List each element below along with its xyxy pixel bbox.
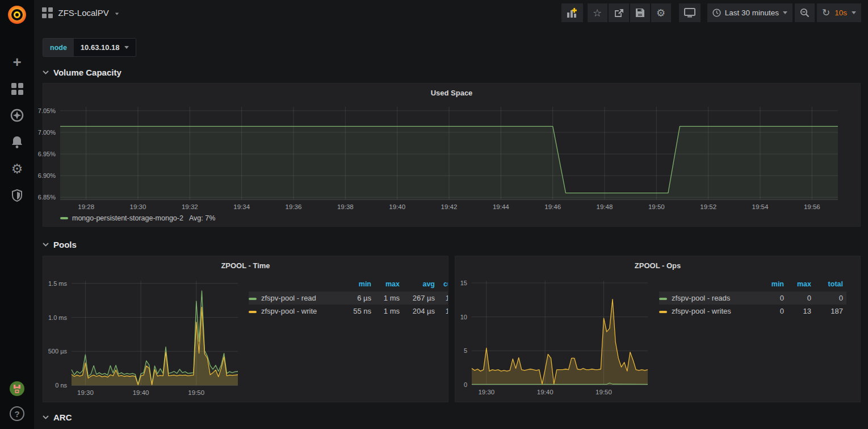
legend-row: zfspv-pool - writes013187	[659, 305, 846, 318]
y-axis-tick-label: 500 µs	[43, 347, 67, 355]
settings-gear-icon[interactable]: ⚙	[10, 161, 24, 176]
dashboards-icon[interactable]	[10, 81, 24, 96]
alerting-bell-icon[interactable]	[10, 135, 24, 149]
user-avatar[interactable]	[10, 381, 24, 396]
legend-column-header[interactable]: min	[345, 279, 375, 291]
legend-row: zfspv-pool - read6 µs1 ms267 µs172 µs	[249, 291, 448, 305]
zpool-time-chart[interactable]: 0 ns500 µs1.0 ms1.5 ms19:3019:4019:50	[72, 281, 238, 386]
template-variables-row: node 10.63.10.18	[43, 38, 861, 57]
legend-value: 172 µs	[438, 291, 448, 305]
series-swatch	[659, 311, 667, 313]
section-arc[interactable]: ARC	[43, 411, 861, 423]
magnifier-minus-icon	[800, 8, 810, 18]
legend-value: 187	[815, 305, 846, 318]
legend-value: 1 ms	[375, 305, 403, 318]
refresh-button[interactable]: ↻ 10s	[817, 3, 861, 22]
x-axis-tick-label: 19:30	[77, 389, 94, 396]
time-range-picker[interactable]: Last 30 minutes	[707, 3, 792, 22]
star-button[interactable]: ☆	[588, 3, 607, 22]
grafana-logo[interactable]	[0, 0, 34, 30]
panel-zpool-time: ZPOOL - Time 0 ns500 µs1.0 ms1.5 ms19:30…	[43, 256, 448, 402]
chevron-down-icon	[43, 415, 49, 419]
y-axis-tick-label: 0 ns	[43, 381, 67, 389]
used-space-legend-item[interactable]: mongo-persistent-storage-mongo-2 Avg: 7%	[60, 214, 215, 222]
save-icon	[635, 8, 645, 18]
legend-column-header[interactable]: max	[375, 279, 403, 291]
help-icon[interactable]: ?	[10, 406, 24, 421]
chevron-down-icon	[852, 11, 856, 14]
zpool-ops-chart[interactable]: 05101519:3019:4019:50	[472, 281, 648, 385]
legend-value: 13	[787, 305, 815, 318]
dashboard-title: ZFS-LocalPV	[58, 8, 109, 18]
node-variable-value[interactable]: 10.63.10.18	[74, 39, 136, 56]
legend-value: 0	[787, 291, 815, 305]
dashboard-title-button[interactable]: ZFS-LocalPV	[42, 7, 119, 18]
share-button[interactable]	[609, 3, 629, 22]
panel-title-zpool-ops[interactable]: ZPOOL - Ops	[455, 261, 860, 270]
add-panel-button[interactable]	[561, 3, 583, 22]
series-swatch	[659, 298, 667, 300]
panel-title-used-space[interactable]: Used Space	[43, 89, 860, 97]
legend-value: 0	[815, 291, 846, 305]
zpool-ops-legend: minmaxtotalzfspv-pool - reads000zfspv-po…	[659, 279, 849, 318]
series-name: mongo-persistent-storage-mongo-2	[72, 214, 183, 222]
series-avg: Avg: 7%	[189, 214, 215, 222]
x-axis-tick-label: 19:40	[133, 389, 149, 396]
legend-series-name[interactable]: zfspv-pool - write	[249, 305, 345, 318]
tv-mode-button[interactable]	[679, 3, 701, 22]
panel-used-space: Used Space 6.85%6.90%6.95%7.00%7.05%19:2…	[43, 83, 861, 227]
zoom-out-button[interactable]	[795, 3, 815, 22]
y-axis-tick-label: 0	[433, 381, 467, 389]
legend-value: 0	[760, 305, 787, 318]
dashboard-settings-button[interactable]: ⚙	[651, 3, 671, 22]
panel-title-zpool-time[interactable]: ZPOOL - Time	[43, 261, 448, 270]
refresh-interval: 10s	[835, 9, 847, 17]
series-swatch	[60, 217, 68, 219]
legend-column-header[interactable]: max	[787, 279, 815, 291]
node-variable-dropdown[interactable]: node 10.63.10.18	[43, 38, 136, 57]
left-sidebar: + ⚙	[0, 0, 34, 429]
x-axis-tick-label: 19:30	[478, 389, 494, 395]
refresh-icon: ↻	[822, 9, 830, 18]
share-icon	[614, 9, 624, 18]
add-panel-icon	[567, 8, 578, 18]
legend-row: zfspv-pool - reads000	[659, 291, 846, 305]
legend-series-name[interactable]: zfspv-pool - writes	[659, 305, 760, 318]
legend-value: 1 ms	[375, 291, 403, 305]
dashboard-squares-icon	[42, 7, 53, 18]
used-space-chart[interactable]: 6.85%6.90%6.95%7.00%7.05%19:2819:3019:32…	[60, 107, 838, 200]
explore-compass-icon[interactable]	[10, 108, 24, 123]
server-admin-shield-icon[interactable]	[10, 188, 24, 203]
time-range-label: Last 30 minutes	[725, 9, 779, 17]
legend-series-name[interactable]: zfspv-pool - read	[249, 291, 345, 305]
x-axis-tick-label: 19:52	[700, 203, 716, 210]
top-navbar: ZFS-LocalPV ☆	[34, 0, 868, 26]
navbar-actions: ☆ ⚙	[561, 3, 861, 22]
y-axis-tick-label: 15	[433, 279, 467, 287]
x-axis-tick-label: 19:40	[389, 203, 405, 210]
node-variable-label: node	[43, 39, 74, 56]
y-axis-tick-label: 5	[433, 347, 467, 355]
legend-value: 0	[760, 291, 787, 305]
save-button[interactable]	[630, 3, 650, 22]
y-axis-tick-label: 1.5 ms	[43, 280, 67, 288]
gear-icon: ⚙	[656, 8, 665, 18]
create-icon[interactable]: +	[10, 55, 24, 69]
legend-column-header[interactable]: min	[760, 279, 787, 291]
chevron-down-icon	[115, 13, 119, 15]
y-axis-tick-label: 10	[433, 313, 467, 321]
x-axis-tick-label: 19:44	[493, 203, 509, 210]
x-axis-tick-label: 19:46	[544, 203, 561, 210]
grafana-logo-icon	[7, 5, 27, 25]
chevron-down-icon	[124, 46, 129, 49]
series-swatch	[249, 311, 257, 313]
legend-column-header[interactable]: total	[815, 279, 846, 291]
x-axis-tick-label: 19:54	[752, 203, 769, 210]
x-axis-tick-label: 19:42	[441, 203, 458, 210]
legend-series-name[interactable]: zfspv-pool - reads	[659, 291, 760, 305]
monitor-icon	[684, 8, 695, 18]
section-volume-capacity[interactable]: Volume Capacity	[43, 66, 861, 78]
panel-zpool-ops: ZPOOL - Ops 05101519:3019:4019:50 minmax…	[455, 256, 861, 402]
section-pools[interactable]: Pools	[43, 239, 861, 250]
x-axis-tick-label: 19:38	[337, 203, 354, 210]
